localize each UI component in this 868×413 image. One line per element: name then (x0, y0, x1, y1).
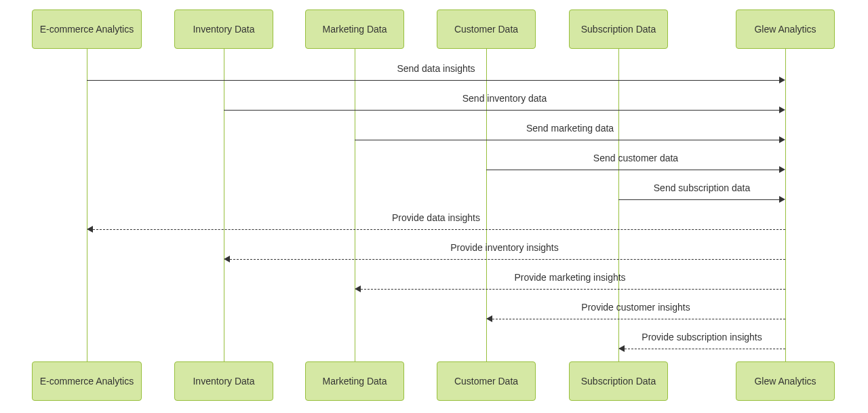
arrow-right-icon (779, 166, 785, 173)
arrow-left-icon (618, 345, 625, 352)
participant-label: Marketing Data (323, 24, 387, 35)
participant-label: E-commerce Analytics (40, 24, 134, 35)
participant-label: Inventory Data (193, 376, 254, 387)
arrow-right-icon (779, 77, 785, 83)
message-arrow-0 (87, 80, 779, 81)
participant-label: Marketing Data (323, 376, 387, 387)
lifeline-ecom (87, 49, 87, 361)
participant-ecom-top: E-commerce Analytics (32, 9, 142, 49)
message-arrow-3 (486, 170, 779, 170)
message-label-4: Send subscription data (654, 182, 750, 193)
message-arrow-9 (625, 349, 785, 349)
lifeline-glew (785, 49, 786, 361)
arrow-left-icon (355, 286, 361, 292)
message-arrow-6 (230, 259, 785, 260)
arrow-right-icon (779, 136, 785, 143)
participant-label: Inventory Data (193, 24, 254, 35)
participant-label: E-commerce Analytics (40, 376, 134, 387)
message-label-1: Send inventory data (462, 93, 547, 104)
arrow-left-icon (486, 315, 492, 322)
participant-label: Customer Data (454, 376, 518, 387)
message-label-2: Send marketing data (526, 123, 614, 134)
message-label-0: Send data insights (397, 63, 475, 74)
arrow-left-icon (224, 256, 230, 262)
participant-mkt-top: Marketing Data (305, 9, 404, 49)
message-arrow-2 (355, 140, 779, 140)
participant-mkt-bottom: Marketing Data (305, 361, 404, 401)
participant-ecom-bottom: E-commerce Analytics (32, 361, 142, 401)
participant-label: Glew Analytics (754, 24, 816, 35)
message-arrow-1 (224, 110, 779, 111)
participant-label: Customer Data (454, 24, 518, 35)
message-arrow-7 (361, 289, 785, 290)
message-label-5: Provide data insights (392, 212, 480, 223)
participant-inv-bottom: Inventory Data (174, 361, 273, 401)
arrow-left-icon (87, 226, 93, 233)
message-label-6: Provide inventory insights (450, 242, 559, 253)
message-label-3: Send customer data (593, 153, 678, 163)
participant-label: Subscription Data (581, 376, 656, 387)
lifeline-mkt (355, 49, 355, 361)
message-arrow-5 (93, 229, 785, 230)
participant-label: Subscription Data (581, 24, 656, 35)
message-label-7: Provide marketing insights (514, 272, 625, 283)
participant-sub-bottom: Subscription Data (569, 361, 668, 401)
participant-label: Glew Analytics (754, 376, 816, 387)
participant-glew-top: Glew Analytics (736, 9, 835, 49)
participant-cust-top: Customer Data (437, 9, 536, 49)
lifeline-sub (618, 49, 619, 361)
participant-cust-bottom: Customer Data (437, 361, 536, 401)
participant-inv-top: Inventory Data (174, 9, 273, 49)
lifeline-inv (224, 49, 224, 361)
participant-sub-top: Subscription Data (569, 9, 668, 49)
arrow-right-icon (779, 196, 785, 203)
participant-glew-bottom: Glew Analytics (736, 361, 835, 401)
message-label-9: Provide subscription insights (642, 332, 762, 342)
message-arrow-8 (492, 319, 785, 319)
message-arrow-4 (618, 199, 779, 200)
message-label-8: Provide customer insights (581, 302, 690, 313)
arrow-right-icon (779, 106, 785, 113)
